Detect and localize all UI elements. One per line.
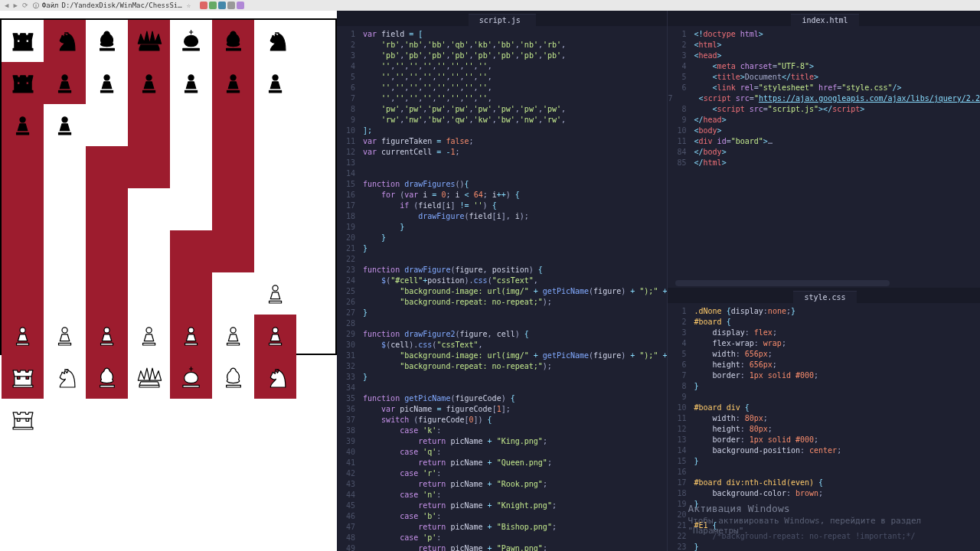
chess-cell[interactable] xyxy=(128,272,170,315)
code-line[interactable]: 45 return picName + "Knight.png"; xyxy=(337,500,667,511)
code-line[interactable]: 4 '','','','','','','','', xyxy=(337,61,667,72)
code-line[interactable]: 6 height: 656px; xyxy=(668,360,980,370)
chess-cell[interactable] xyxy=(170,104,212,146)
chess-cell[interactable] xyxy=(2,20,44,62)
chess-cell[interactable] xyxy=(212,230,254,272)
extension-icon[interactable] xyxy=(200,2,207,9)
code-line[interactable]: 41 return picName + "Queen.png"; xyxy=(337,458,667,468)
code-line[interactable]: 7 <script src="https://ajax.googleapis.c… xyxy=(668,93,980,104)
chess-cell[interactable] xyxy=(170,188,212,230)
code-line[interactable]: 21} xyxy=(337,243,667,254)
code-line[interactable]: 47 return picName + "Bishop.png"; xyxy=(337,522,667,533)
code-line[interactable]: 22 xyxy=(337,254,667,265)
code-line[interactable]: 7 border: 1px solid #000; xyxy=(668,370,980,381)
code-line[interactable]: 5 width: 656px; xyxy=(668,349,980,360)
code-line[interactable]: 33} xyxy=(337,372,667,383)
chess-cell[interactable] xyxy=(254,315,296,357)
code-line[interactable]: 18 drawFigure(field[i], i); xyxy=(337,211,667,222)
tab-style[interactable]: style.css xyxy=(793,291,856,303)
extension-icon[interactable] xyxy=(209,2,217,9)
chess-cell[interactable] xyxy=(170,146,212,188)
code-line[interactable]: 36 var picName = figureCode[1]; xyxy=(337,404,667,415)
code-line[interactable]: 1.dNone {display:none;} xyxy=(668,306,980,317)
chess-cell[interactable] xyxy=(44,188,86,230)
chess-cell[interactable] xyxy=(44,62,86,104)
code-line[interactable]: 16 for (var i = 0; i < 64; i++) { xyxy=(337,190,667,201)
chess-cell[interactable] xyxy=(128,146,170,188)
chess-cell[interactable] xyxy=(2,188,44,230)
chess-cell[interactable] xyxy=(254,230,296,272)
chess-cell[interactable] xyxy=(86,62,128,104)
chess-cell[interactable] xyxy=(86,315,128,357)
code-line[interactable]: 2#board { xyxy=(668,317,980,328)
tab-script[interactable]: script.js xyxy=(469,14,536,26)
code-line[interactable]: 11 width: 80px; xyxy=(668,413,980,424)
chess-cell[interactable] xyxy=(128,62,170,104)
code-line[interactable]: 23} xyxy=(668,542,980,551)
chess-cell[interactable] xyxy=(128,20,170,62)
code-line[interactable]: 15} xyxy=(668,456,980,467)
code-line[interactable]: 42 case 'r': xyxy=(337,468,667,479)
chess-cell[interactable] xyxy=(44,146,86,188)
code-line[interactable]: 38 case 'k': xyxy=(337,425,667,436)
chess-cell[interactable] xyxy=(86,230,128,272)
chess-cell[interactable] xyxy=(2,399,44,441)
chess-cell[interactable] xyxy=(170,230,212,272)
chess-cell[interactable] xyxy=(86,104,128,146)
chess-board[interactable] xyxy=(0,18,337,355)
code-line[interactable]: 12 height: 80px; xyxy=(668,424,980,435)
code-line[interactable]: 49 return picName + "Pawn.png"; xyxy=(337,543,667,551)
chess-cell[interactable] xyxy=(2,62,44,104)
chess-cell[interactable] xyxy=(2,146,44,188)
chess-cell[interactable] xyxy=(254,357,296,399)
code-pane-script[interactable]: 1var field = [2 'rb','nb','bb','qb','kb'… xyxy=(337,26,667,551)
code-line[interactable]: 20 } xyxy=(337,233,667,243)
nav-forward-icon[interactable]: ▶ xyxy=(13,2,17,9)
chess-cell[interactable] xyxy=(86,357,128,399)
code-line[interactable]: 19 } xyxy=(337,222,667,233)
code-line[interactable]: 2<html> xyxy=(668,40,980,51)
chess-cell[interactable] xyxy=(128,188,170,230)
code-line[interactable]: 32 "background-repeat: no-repeat;"); xyxy=(337,361,667,372)
chess-cell[interactable] xyxy=(2,272,44,315)
code-line[interactable]: 43 return picName + "Rook.png"; xyxy=(337,479,667,490)
chess-cell[interactable] xyxy=(254,104,296,146)
extension-icon[interactable] xyxy=(227,2,235,9)
code-line[interactable]: 13 border: 1px solid #000; xyxy=(668,435,980,445)
code-line[interactable]: 25 "background-image: url(img/" + getPic… xyxy=(337,286,667,297)
extension-icon[interactable] xyxy=(237,2,244,9)
code-line[interactable]: 9</head> xyxy=(668,115,980,126)
code-line[interactable]: 48 case 'p': xyxy=(337,533,667,543)
horizontal-scrollbar[interactable] xyxy=(675,280,890,286)
code-line[interactable]: 28 xyxy=(337,318,667,329)
chess-cell[interactable] xyxy=(170,62,212,104)
code-line[interactable]: 34 xyxy=(337,383,667,393)
chess-cell[interactable] xyxy=(2,230,44,272)
code-line[interactable]: 84</body> xyxy=(668,147,980,158)
chess-cell[interactable] xyxy=(2,357,44,399)
code-line[interactable]: 23function drawFigure(figure, position) … xyxy=(337,265,667,276)
code-line[interactable]: 8 'pw','pw','pw','pw','pw','pw','pw','pw… xyxy=(337,104,667,115)
code-line[interactable]: 14 background-position: center; xyxy=(668,445,980,456)
chess-cell[interactable] xyxy=(128,230,170,272)
code-line[interactable]: 9 xyxy=(668,392,980,403)
code-line[interactable]: 39 return picName + "King.png"; xyxy=(337,436,667,447)
chess-cell[interactable] xyxy=(212,315,254,357)
chess-cell[interactable] xyxy=(254,20,296,62)
chess-cell[interactable] xyxy=(212,104,254,146)
code-line[interactable]: 4 <meta charset="UTF-8"> xyxy=(668,61,980,72)
chess-cell[interactable] xyxy=(44,357,86,399)
chess-cell[interactable] xyxy=(44,20,86,62)
chess-cell[interactable] xyxy=(128,104,170,146)
code-line[interactable]: 5 '','','','','','','','', xyxy=(337,72,667,83)
code-line[interactable]: 6 <link rel="stylesheet" href="style.css… xyxy=(668,83,980,93)
code-line[interactable]: 3 display: flex; xyxy=(668,328,980,338)
chess-cell[interactable] xyxy=(212,146,254,188)
nav-reload-icon[interactable]: ⟳ xyxy=(22,2,28,9)
chess-cell[interactable] xyxy=(86,272,128,315)
code-line[interactable]: 3<head> xyxy=(668,51,980,61)
nav-back-icon[interactable]: ◀ xyxy=(5,2,8,9)
code-line[interactable]: 12var currentCell = -1; xyxy=(337,147,667,158)
code-line[interactable]: 44 case 'n': xyxy=(337,490,667,500)
code-line[interactable]: 15function drawFigures(){ xyxy=(337,179,667,190)
